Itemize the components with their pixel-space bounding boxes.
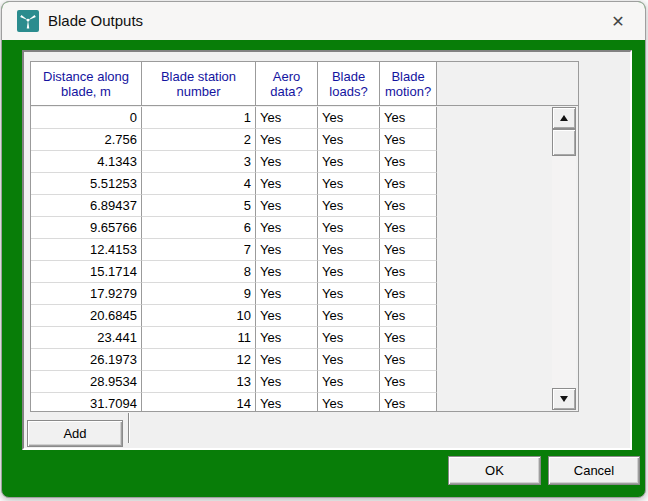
cell-blade-loads[interactable]: Yes [318,305,380,327]
cell-station-number[interactable]: 9 [142,283,256,305]
cell-blade-loads[interactable]: Yes [318,283,380,305]
table-row: 28.953413YesYesYes [31,371,437,393]
cell-blade-loads[interactable]: Yes [318,107,380,129]
cell-blade-motion[interactable]: Yes [380,371,437,393]
cell-blade-loads[interactable]: Yes [318,217,380,239]
cell-station-number[interactable]: 5 [142,195,256,217]
cell-distance[interactable]: 6.89437 [31,195,142,217]
cell-aero-data[interactable]: Yes [256,349,318,371]
cell-blade-loads[interactable]: Yes [318,129,380,151]
cell-station-number[interactable]: 10 [142,305,256,327]
cell-station-number[interactable]: 13 [142,371,256,393]
cell-station-number[interactable]: 12 [142,349,256,371]
cell-blade-loads[interactable]: Yes [318,173,380,195]
cell-blade-motion[interactable]: Yes [380,217,437,239]
cell-distance[interactable]: 5.51253 [31,173,142,195]
add-button[interactable]: Add [27,420,123,447]
grid-rows: 01YesYesYes2.7562YesYesYes4.13433YesYesY… [31,107,437,412]
cell-distance[interactable]: 28.9534 [31,371,142,393]
vertical-divider [128,413,130,443]
cell-blade-motion[interactable]: Yes [380,305,437,327]
cancel-button[interactable]: Cancel [548,456,640,485]
cell-blade-loads[interactable]: Yes [318,349,380,371]
cell-station-number[interactable]: 1 [142,107,256,129]
cell-distance[interactable]: 4.1343 [31,151,142,173]
cell-blade-loads[interactable]: Yes [318,195,380,217]
cell-aero-data[interactable]: Yes [256,173,318,195]
cell-aero-data[interactable]: Yes [256,195,318,217]
cell-blade-loads[interactable]: Yes [318,371,380,393]
cell-blade-loads[interactable]: Yes [318,327,380,349]
table-row: 5.512534YesYesYes [31,173,437,195]
cell-aero-data[interactable]: Yes [256,129,318,151]
table-row: 4.13433YesYesYes [31,151,437,173]
titlebar: Blade Outputs ✕ [2,2,645,40]
ok-button[interactable]: OK [448,456,541,485]
grid-header-filler [437,62,578,106]
cell-distance[interactable]: 12.4153 [31,239,142,261]
cell-blade-motion[interactable]: Yes [380,239,437,261]
dialog-panel: Distance along blade, m Blade station nu… [22,50,632,450]
cell-distance[interactable]: 17.9279 [31,283,142,305]
cell-blade-motion[interactable]: Yes [380,129,437,151]
cell-station-number[interactable]: 6 [142,217,256,239]
cell-aero-data[interactable]: Yes [256,239,318,261]
cell-station-number[interactable]: 4 [142,173,256,195]
cell-blade-loads[interactable]: Yes [318,151,380,173]
cell-blade-motion[interactable]: Yes [380,195,437,217]
cell-aero-data[interactable]: Yes [256,371,318,393]
cell-aero-data[interactable]: Yes [256,305,318,327]
cell-station-number[interactable]: 3 [142,151,256,173]
cell-station-number[interactable]: 7 [142,239,256,261]
up-arrow-icon [560,115,568,121]
cell-blade-motion[interactable]: Yes [380,173,437,195]
cell-aero-data[interactable]: Yes [256,217,318,239]
cell-distance[interactable]: 15.1714 [31,261,142,283]
cell-aero-data[interactable]: Yes [256,261,318,283]
table-row: 15.17148YesYesYes [31,261,437,283]
blade-outputs-dialog: Blade Outputs ✕ Distance along blade, m … [1,1,646,498]
scrollbar-up-button[interactable] [552,107,576,129]
cell-distance[interactable]: 31.7094 [31,393,142,412]
table-row: 20.684510YesYesYes [31,305,437,327]
cell-station-number[interactable]: 11 [142,327,256,349]
scrollbar-thumb[interactable] [552,129,576,156]
cell-station-number[interactable]: 14 [142,393,256,412]
cell-aero-data[interactable]: Yes [256,151,318,173]
cell-blade-motion[interactable]: Yes [380,261,437,283]
cell-distance[interactable]: 0 [31,107,142,129]
cell-aero-data[interactable]: Yes [256,107,318,129]
cell-blade-motion[interactable]: Yes [380,151,437,173]
cell-station-number[interactable]: 8 [142,261,256,283]
table-row: 2.7562YesYesYes [31,129,437,151]
column-header-motion: Blade motion? [380,62,437,106]
cell-station-number[interactable]: 2 [142,129,256,151]
cell-blade-motion[interactable]: Yes [380,327,437,349]
cell-blade-motion[interactable]: Yes [380,283,437,305]
column-header-station: Blade station number [142,62,256,106]
column-header-loads: Blade loads? [318,62,380,106]
cell-blade-motion[interactable]: Yes [380,393,437,412]
close-icon[interactable]: ✕ [603,9,633,33]
scrollbar-down-button[interactable] [552,388,576,410]
down-arrow-icon [560,396,568,402]
cell-distance[interactable]: 23.441 [31,327,142,349]
cell-blade-loads[interactable]: Yes [318,393,380,412]
cell-distance[interactable]: 2.756 [31,129,142,151]
cell-blade-motion[interactable]: Yes [380,349,437,371]
table-row: 31.709414YesYesYes [31,393,437,412]
cell-aero-data[interactable]: Yes [256,393,318,412]
vertical-scrollbar[interactable] [552,107,576,410]
cell-aero-data[interactable]: Yes [256,327,318,349]
cell-blade-loads[interactable]: Yes [318,261,380,283]
cell-blade-motion[interactable]: Yes [380,107,437,129]
column-header-aero: Aero data? [256,62,318,106]
table-row: 6.894375YesYesYes [31,195,437,217]
bladed-turbine-icon [17,10,39,32]
cell-distance[interactable]: 20.6845 [31,305,142,327]
cell-aero-data[interactable]: Yes [256,283,318,305]
cell-blade-loads[interactable]: Yes [318,239,380,261]
cell-distance[interactable]: 26.1973 [31,349,142,371]
table-row: 17.92799YesYesYes [31,283,437,305]
cell-distance[interactable]: 9.65766 [31,217,142,239]
